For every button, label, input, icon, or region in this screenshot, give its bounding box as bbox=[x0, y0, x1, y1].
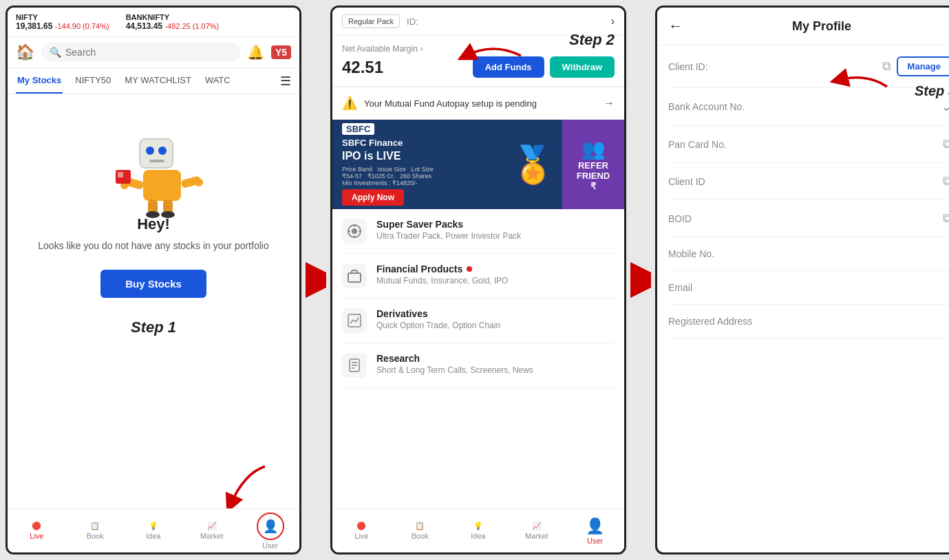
nifty-change: -144.90 (0.74%) bbox=[55, 22, 109, 30]
ipo-banner: SBFC SBFC Finance IPO is LIVE Price Band… bbox=[332, 120, 624, 209]
super-saver-text: Super Saver Packs Ultra Trader Pack, Pow… bbox=[376, 219, 615, 241]
svg-line-27 bbox=[350, 320, 353, 323]
nav-market[interactable]: 📈 Market bbox=[182, 509, 241, 552]
bottom-nav-2: 🔴 Live 📋 Book 💡 Idea 📈 Market 👤 User bbox=[332, 508, 624, 552]
pan-card-copy-icon[interactable]: ⧉ bbox=[943, 137, 949, 151]
client-id-label-2: Client ID bbox=[668, 176, 705, 187]
pan-card-right: ⧉ bbox=[943, 137, 949, 151]
screen1-frame: NIFTY 19,381.65 -144.90 (0.74%) BANKNIFT… bbox=[6, 6, 301, 554]
menu-research[interactable]: Research Short & Long Term Calls, Screen… bbox=[342, 343, 615, 388]
back-button[interactable]: ← bbox=[668, 17, 683, 35]
market-label: Market bbox=[200, 532, 224, 540]
menu-financial[interactable]: Financial Products Mutual Funds, Insuran… bbox=[342, 254, 615, 299]
mobile-field: Mobile No. bbox=[668, 237, 949, 271]
market-icon: 📈 bbox=[207, 521, 217, 530]
ipo-right-panel: 👥 REFERFRIEND ₹ bbox=[562, 120, 624, 209]
margin-value: 42.51 bbox=[342, 58, 383, 77]
tab-my-watchlist[interactable]: MY WATCHLIST bbox=[123, 68, 193, 94]
robot-svg bbox=[112, 122, 209, 218]
ipo-text-area: SBFC SBFC Finance IPO is LIVE Price Band… bbox=[342, 123, 434, 205]
live-label: Live bbox=[30, 532, 43, 540]
autopay-warning-icon: ⚠️ bbox=[342, 96, 357, 111]
withdraw-button[interactable]: Withdraw bbox=[550, 56, 615, 78]
client-id-copy-icon-2[interactable]: ⧉ bbox=[943, 174, 949, 189]
research-svg-icon bbox=[347, 358, 362, 373]
nav-idea[interactable]: 💡 Idea bbox=[125, 509, 183, 552]
pan-card-label: Pan Card No. bbox=[668, 139, 727, 150]
step2-label: Step 2 bbox=[569, 31, 615, 49]
svg-rect-24 bbox=[359, 230, 361, 232]
svg-rect-0 bbox=[143, 170, 181, 201]
screen2-frame: Step 2 Regular Pack ID: › Net Available … bbox=[330, 6, 626, 554]
step2-annotation: Step 2 bbox=[569, 17, 615, 53]
step1-label: Step 1 bbox=[131, 319, 176, 336]
s2-book-icon: 📋 bbox=[415, 521, 425, 530]
derivatives-text: Derivatives Quick Option Trade, Option C… bbox=[376, 308, 615, 330]
ipo-gold-icon: 🏅 bbox=[511, 120, 555, 209]
tab-nifty50[interactable]: NIFTY50 bbox=[74, 68, 112, 94]
home-icon[interactable]: 🏠 bbox=[16, 43, 34, 61]
ipo-details: Price Band Issue Size Lot Size ₹54-57 ₹1… bbox=[342, 166, 434, 186]
banknifty-label: BANKNIFTY bbox=[126, 13, 220, 21]
nav-tabs: My Stocks NIFTY50 MY WATCHLIST WATC ☰ bbox=[8, 68, 299, 94]
client-id-right-2: ⧉ bbox=[943, 174, 949, 189]
bank-account-field: Bank Account No. ⌄ bbox=[668, 88, 949, 126]
step3-annotation: Step 3 bbox=[915, 69, 949, 103]
financial-red-dot bbox=[467, 266, 472, 272]
boid-field: BOID ⧉ bbox=[668, 200, 949, 237]
boid-copy-icon[interactable]: ⧉ bbox=[943, 211, 949, 226]
banknifty-ticker: BANKNIFTY 44,513.45 -482.25 (1.07%) bbox=[126, 13, 220, 31]
book-label: Book bbox=[87, 532, 104, 540]
s2-nav-live[interactable]: 🔴 Live bbox=[332, 509, 391, 552]
menu-super-saver[interactable]: Super Saver Packs Ultra Trader Pack, Pow… bbox=[342, 209, 615, 254]
s2-nav-book[interactable]: 📋 Book bbox=[391, 509, 449, 552]
bottom-nav-1: 🔴 Live 📋 Book 💡 Idea 📈 Market 👤 User bbox=[8, 508, 299, 552]
bank-account-label: Bank Account No. bbox=[668, 101, 745, 112]
search-icon: 🔍 bbox=[50, 47, 61, 58]
app-logo: Y5 bbox=[271, 45, 291, 59]
menu-derivatives[interactable]: Derivatives Quick Option Trade, Option C… bbox=[342, 299, 615, 343]
email-label: Email bbox=[668, 282, 692, 293]
step3-arrow-svg bbox=[825, 52, 901, 94]
svg-point-3 bbox=[158, 147, 167, 155]
svg-rect-1 bbox=[140, 139, 173, 168]
s2-nav-idea[interactable]: 💡 Idea bbox=[449, 509, 508, 552]
hamburger-icon[interactable]: ☰ bbox=[280, 74, 291, 89]
nav-live[interactable]: 🔴 Live bbox=[8, 509, 66, 552]
derivatives-subtitle: Quick Option Trade, Option Chain bbox=[376, 321, 615, 330]
ipo-brand-badge: SBFC bbox=[342, 123, 374, 135]
s2-id-label: ID: bbox=[407, 17, 418, 27]
research-text: Research Short & Long Term Calls, Screen… bbox=[376, 353, 615, 375]
buy-stocks-button[interactable]: Buy Stocks bbox=[100, 270, 206, 298]
tab-my-stocks[interactable]: My Stocks bbox=[16, 68, 63, 94]
banknifty-change: -482.25 (1.07%) bbox=[164, 22, 219, 30]
boid-right: ⧉ bbox=[943, 211, 949, 226]
search-input[interactable] bbox=[65, 47, 232, 58]
svg-rect-23 bbox=[348, 230, 350, 232]
robot-illustration bbox=[112, 122, 195, 204]
nav-user[interactable]: 👤 User bbox=[241, 509, 299, 552]
tab-watc[interactable]: WATC bbox=[204, 68, 232, 94]
inter-arrow-2 bbox=[630, 252, 651, 308]
email-field: Email bbox=[668, 271, 949, 305]
derivatives-title: Derivatives bbox=[376, 308, 615, 319]
super-saver-subtitle: Ultra Trader Pack, Power Investor Pack bbox=[376, 231, 615, 241]
svg-rect-21 bbox=[354, 224, 355, 227]
s2-user-icon: 👤 bbox=[586, 517, 604, 535]
s2-nav-market[interactable]: 📈 Market bbox=[507, 509, 566, 552]
search-input-wrap[interactable]: 🔍 bbox=[41, 43, 240, 62]
screen3-frame: ← My Profile Step 3 Client ID: ⧉ Manage bbox=[655, 6, 949, 554]
ipo-apply-button[interactable]: Apply Now bbox=[342, 189, 404, 206]
chart-icon bbox=[347, 313, 362, 328]
nav-book[interactable]: 📋 Book bbox=[66, 509, 125, 552]
margin-label-text: Net Available Margin bbox=[342, 44, 418, 54]
autopay-banner[interactable]: ⚠️ Your Mutual Fund Autopay setup is pen… bbox=[332, 87, 624, 120]
step1-arrow-svg bbox=[217, 460, 279, 515]
main-container: NIFTY 19,381.65 -144.90 (0.74%) BANKNIFT… bbox=[0, 0, 949, 560]
s2-nav-user[interactable]: 👤 User bbox=[566, 509, 624, 552]
research-title: Research bbox=[376, 353, 615, 364]
svg-rect-22 bbox=[354, 235, 355, 238]
step2-arrow-svg bbox=[452, 21, 542, 63]
bell-icon[interactable]: 🔔 bbox=[247, 44, 264, 61]
banknifty-price: 44,513.45 bbox=[126, 21, 162, 31]
